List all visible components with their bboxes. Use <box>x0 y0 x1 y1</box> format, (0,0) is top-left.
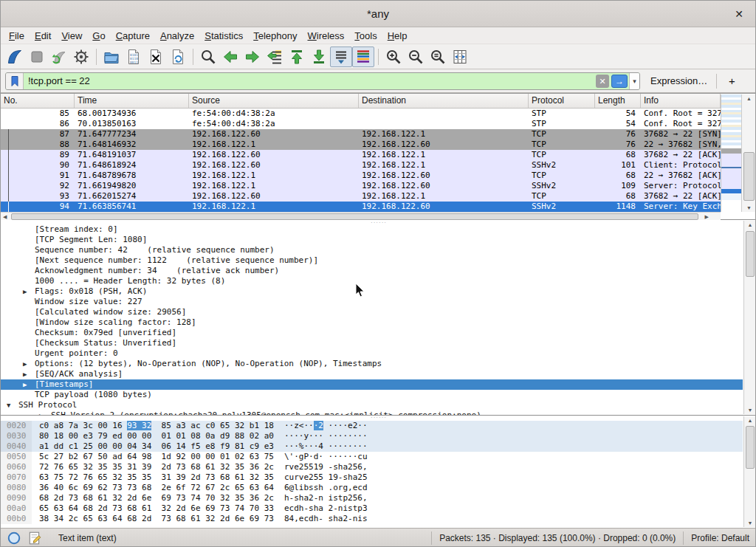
add-filter-button[interactable]: + <box>724 75 739 87</box>
expand-icon[interactable]: ▶ <box>23 369 27 379</box>
packet-row-88[interactable]: 8871.648146932192.168.122.1192.168.122.6… <box>1 140 721 150</box>
detail-line[interactable]: ▶Flags: 0x018 (PSH, ACK) <box>1 286 743 297</box>
menu-edit[interactable]: Edit <box>30 29 56 43</box>
menu-help[interactable]: Help <box>382 29 413 43</box>
packet-row-94[interactable]: 9471.663856741192.168.122.1192.168.122.6… <box>1 202 721 212</box>
ascii-bytes[interactable]: ···%···4 ········ <box>284 441 368 452</box>
detail-line[interactable]: [Next sequence number: 1122 (relative se… <box>1 255 743 266</box>
menu-tools[interactable]: Tools <box>349 29 382 43</box>
packet-row-89[interactable]: 8971.648191037192.168.122.60192.168.122.… <box>1 150 721 160</box>
ascii-bytes[interactable]: \'·gP·d· ······cu <box>284 452 368 462</box>
capture-start-icon[interactable] <box>4 47 26 67</box>
column-header-time[interactable]: Time <box>75 94 189 108</box>
scroll-up-icon[interactable]: ▲ <box>742 96 756 101</box>
scroll-left-icon[interactable]: ◀ <box>3 214 7 220</box>
menu-file[interactable]: File <box>4 29 30 43</box>
packet-list-minimap[interactable] <box>721 94 741 212</box>
file-reload-icon[interactable] <box>167 47 189 67</box>
packet-row-86[interactable]: 8670.013850163fe:54:00:d4:38:2aSTP54Conf… <box>1 119 721 129</box>
scroll-down-icon[interactable]: ▼ <box>744 520 756 526</box>
ascii-bytes[interactable]: rve25519 -sha256, <box>284 462 368 472</box>
hex-row-0050[interactable]: 00505c 27 b2 67 50 ad 64 98 1d 92 00 00 … <box>1 452 743 462</box>
hex-bytes[interactable]: 36 40 6c 69 62 73 73 68 2e 6f 72 67 2c 6… <box>32 483 284 493</box>
hex-row-0040[interactable]: 0040a1 dd c1 25 00 00 04 34 06 14 f5 e8 … <box>1 441 743 452</box>
splitter-handle[interactable]: ······ <box>366 416 391 421</box>
collapse-icon[interactable]: ▼ <box>7 400 10 410</box>
hex-row-0090[interactable]: 009068 2d 73 68 61 32 2d 6e 69 73 74 70 … <box>1 493 743 503</box>
hex-bytes[interactable]: 72 76 65 32 35 35 31 39 2d 73 68 61 32 3… <box>32 462 284 472</box>
ascii-bytes[interactable]: ····y··· ········ <box>284 431 368 441</box>
details-vscroll-slider[interactable] <box>746 231 755 277</box>
hex-bytes[interactable]: 63 75 72 76 65 32 35 35 31 39 2d 73 68 6… <box>32 472 284 483</box>
menu-go[interactable]: Go <box>87 29 110 43</box>
profile-button[interactable]: Profile: Default <box>691 533 749 543</box>
detail-line[interactable]: [Calculated window size: 29056] <box>1 307 743 317</box>
detail-line[interactable]: Urgent pointer: 0 <box>1 348 743 359</box>
hex-row-0080[interactable]: 008036 40 6c 69 62 73 73 68 2e 6f 72 67 … <box>1 483 743 493</box>
expression-button[interactable]: Expression… <box>650 75 707 86</box>
go-last-icon[interactable] <box>308 47 330 67</box>
detail-line[interactable]: 1000 .... = Header Length: 32 bytes (8) <box>1 276 743 286</box>
hscroll-slider[interactable] <box>11 213 698 220</box>
go-first-icon[interactable] <box>286 47 308 67</box>
detail-line[interactable]: ▶SSH Version 2 (encryption:chacha20-poly… <box>1 410 743 416</box>
scroll-down-icon[interactable]: ▼ <box>742 205 756 210</box>
ascii-bytes[interactable]: h-sha2-n istp256, <box>284 493 368 503</box>
detail-line[interactable]: [Checksum Status: Unverified] <box>1 338 743 348</box>
file-open-icon[interactable] <box>100 47 123 67</box>
hex-row-00a0[interactable]: 00a065 63 64 68 2d 73 68 61 32 2d 6e 69 … <box>1 503 743 514</box>
details-vscrollbar[interactable]: ▲ ▼ <box>743 221 756 414</box>
scroll-up-icon[interactable]: ▲ <box>744 418 756 423</box>
column-header-protocol[interactable]: Protocol <box>529 94 595 108</box>
zoom-in-icon[interactable] <box>382 47 405 67</box>
packet-row-87[interactable]: 8771.647777234192.168.122.60192.168.122.… <box>1 129 721 140</box>
ascii-bytes[interactable]: 84,ecdh- sha2-nis <box>284 514 368 524</box>
ascii-bytes[interactable]: 6@libssh .org,ecd <box>284 483 368 493</box>
ascii-bytes[interactable]: ··z<···2 ····e2·· <box>284 421 368 431</box>
column-header-no[interactable]: No. <box>1 94 75 108</box>
menu-telephony[interactable]: Telephony <box>248 29 302 43</box>
packet-list-vscrollbar[interactable]: ▲ ▼ <box>741 94 756 212</box>
expert-info-icon[interactable] <box>7 531 21 546</box>
scroll-down-icon[interactable]: ▼ <box>744 407 756 413</box>
capture-comment-icon[interactable] <box>27 531 42 546</box>
go-to-packet-icon[interactable] <box>264 47 286 67</box>
capture-stop-icon[interactable] <box>26 47 48 67</box>
detail-line[interactable]: [Window size scaling factor: 128] <box>1 317 743 328</box>
menu-view[interactable]: View <box>56 29 87 43</box>
packet-row-93[interactable]: 9371.662015274192.168.122.60192.168.122.… <box>1 191 721 202</box>
detail-line[interactable]: Sequence number: 42 (relative sequence n… <box>1 245 743 255</box>
filter-clear-icon[interactable]: ✕ <box>596 75 609 88</box>
detail-line[interactable]: Checksum: 0x79ed [unverified] <box>1 328 743 338</box>
detail-line[interactable]: Window size value: 227 <box>1 297 743 307</box>
column-header-destination[interactable]: Destination <box>359 94 529 108</box>
expand-icon[interactable]: ▶ <box>23 379 27 390</box>
filter-apply-icon[interactable]: → <box>611 75 628 88</box>
file-close-icon[interactable] <box>145 47 167 67</box>
go-back-icon[interactable] <box>219 47 241 67</box>
menu-wireless[interactable]: Wireless <box>303 29 350 43</box>
detail-line[interactable]: ▶Options: (12 bytes), No-Operation (NOP)… <box>1 359 743 369</box>
column-header-info[interactable]: Info <box>641 94 721 108</box>
hex-bytes[interactable]: 5c 27 b2 67 50 ad 64 98 1d 92 00 00 01 0… <box>32 452 284 462</box>
hex-bytes[interactable]: a1 dd c1 25 00 00 04 34 06 14 f5 e8 f9 8… <box>32 441 284 452</box>
scroll-up-icon[interactable]: ▲ <box>744 222 756 227</box>
menu-analyze[interactable]: Analyze <box>155 29 199 43</box>
hex-bytes[interactable]: 68 2d 73 68 61 32 2d 6e 69 73 74 70 32 3… <box>32 493 284 503</box>
hex-bytes[interactable]: c0 a8 7a 3c 00 16 93 32 85 a3 ac c0 65 3… <box>32 421 284 431</box>
detail-line[interactable]: ▼SSH Protocol <box>1 400 743 410</box>
ascii-bytes[interactable]: curve255 19-sha25 <box>284 472 368 483</box>
hex-bytes[interactable]: 80 18 00 e3 79 ed 00 00 01 01 08 0a d9 8… <box>32 431 284 441</box>
column-header-source[interactable]: Source <box>189 94 359 108</box>
hex-row-0070[interactable]: 007063 75 72 76 65 32 35 35 31 39 2d 73 … <box>1 472 743 483</box>
find-packet-icon[interactable] <box>197 47 219 67</box>
zoom-out-icon[interactable] <box>405 47 427 67</box>
filter-text[interactable]: !tcp.port == 22 <box>24 75 596 86</box>
packet-row-92[interactable]: 9271.661949820192.168.122.1192.168.122.6… <box>1 181 721 191</box>
display-filter-input[interactable]: !tcp.port == 22 ✕ → ▾ <box>5 72 640 90</box>
zoom-original-icon[interactable] <box>427 47 449 67</box>
packet-row-91[interactable]: 9171.648789678192.168.122.1192.168.122.6… <box>1 171 721 181</box>
capture-restart-icon[interactable] <box>48 47 70 67</box>
filter-bookmark-icon[interactable] <box>6 73 24 89</box>
hex-row-0020[interactable]: 0020c0 a8 7a 3c 00 16 93 32 85 a3 ac c0 … <box>1 421 743 431</box>
